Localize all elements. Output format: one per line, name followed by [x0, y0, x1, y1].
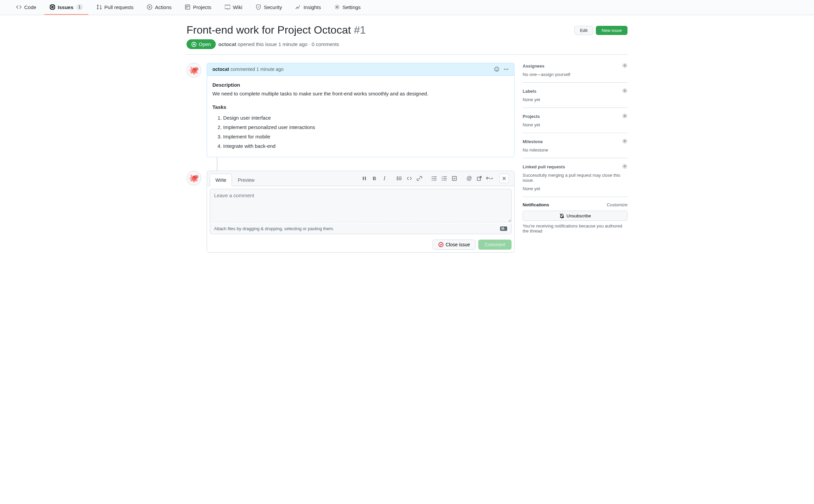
issue-opened-text: opened this issue 1 minute ago · 0 comme…: [238, 41, 339, 47]
bold-icon[interactable]: B: [370, 174, 379, 183]
settings-icon: [334, 4, 340, 10]
labels-text: None yet: [523, 97, 627, 102]
svg-text:3: 3: [442, 179, 443, 181]
sidebar-assignees: Assignees No one—assign yourself: [523, 63, 627, 83]
avatar[interactable]: 🐙: [187, 171, 201, 185]
svg-point-8: [336, 6, 338, 8]
svg-point-11: [495, 67, 499, 72]
list-item: Integrate with back-end: [223, 142, 509, 150]
italic-icon[interactable]: I: [380, 174, 389, 183]
comment-author[interactable]: octocat: [212, 67, 229, 72]
linked-prs-title: Linked pull requests: [523, 164, 565, 169]
mention-icon[interactable]: @: [464, 174, 474, 183]
list-item: Design user interface: [223, 114, 509, 122]
svg-point-15: [506, 69, 507, 70]
issue-meta: Open octocat opened this issue 1 minute …: [187, 39, 627, 55]
issue-author[interactable]: octocat: [218, 41, 236, 47]
customize-link[interactable]: Customize: [607, 202, 627, 207]
comment-button[interactable]: Comment: [478, 240, 512, 250]
preview-tab[interactable]: Preview: [232, 174, 260, 186]
markdown-icon[interactable]: M↓: [500, 226, 507, 231]
unsubscribe-button[interactable]: Unsubscribe: [523, 211, 627, 221]
gear-icon[interactable]: [622, 113, 627, 120]
bell-slash-icon: [559, 213, 565, 218]
list-item: Implement personalized user interactions: [223, 123, 509, 131]
milestone-title: Milestone: [523, 139, 543, 144]
comment-textarea[interactable]: [210, 189, 512, 222]
assign-yourself-link[interactable]: No one—assign yourself: [523, 72, 627, 77]
labels-title: Labels: [523, 89, 536, 94]
nav-actions-label: Actions: [155, 4, 171, 10]
nav-projects[interactable]: Projects: [179, 0, 216, 15]
svg-point-17: [432, 176, 433, 177]
emoji-icon[interactable]: [494, 67, 499, 72]
cross-reference-icon[interactable]: [475, 174, 484, 183]
state-label: Open: [199, 41, 211, 47]
kebab-icon[interactable]: [503, 67, 509, 72]
svg-rect-28: [443, 180, 447, 180]
avatar[interactable]: 🐙: [187, 63, 201, 78]
nav-code-label: Code: [24, 4, 36, 10]
linked-prs-text: None yet: [523, 186, 627, 191]
comment-header: octocat commented 1 minute ago: [207, 63, 514, 76]
new-issue-button[interactable]: New issue: [596, 26, 627, 35]
nav-insights[interactable]: Insights: [290, 0, 326, 15]
svg-point-33: [624, 90, 626, 92]
heading-icon[interactable]: H: [360, 174, 369, 183]
comment-time: commented 1 minute ago: [231, 67, 284, 72]
close-issue-button[interactable]: Close issue: [433, 240, 476, 250]
write-tab[interactable]: Write: [210, 174, 232, 186]
comment-body: Description We need to complete multiple…: [207, 76, 514, 157]
sidebar-projects: Projects None yet: [523, 108, 627, 133]
nav-pull-requests[interactable]: Pull requests: [91, 0, 139, 15]
attach-hint[interactable]: Attach files by dragging & dropping, sel…: [210, 223, 512, 234]
gear-icon[interactable]: [622, 88, 627, 94]
edit-button[interactable]: Edit: [574, 26, 593, 35]
issues-icon: [50, 4, 55, 10]
nav-issues[interactable]: Issues 1: [44, 0, 88, 15]
state-badge: Open: [187, 39, 216, 49]
svg-rect-26: [443, 176, 447, 177]
svg-point-12: [496, 69, 496, 69]
link-icon[interactable]: [415, 174, 424, 183]
issue-title: Front-end work for Project Octocat #1: [187, 23, 574, 37]
quote-icon[interactable]: [395, 174, 404, 183]
nav-code[interactable]: Code: [11, 0, 42, 15]
sidebar-notifications: Notifications Customize Unsubscribe You'…: [523, 197, 627, 239]
task-list-icon[interactable]: [450, 174, 459, 183]
issues-counter: 1: [76, 4, 83, 10]
ordered-list-icon[interactable]: 123: [440, 174, 449, 183]
code-icon[interactable]: [405, 174, 414, 183]
expand-icon[interactable]: [499, 174, 509, 183]
reply-icon[interactable]: ▾: [485, 174, 494, 183]
gear-icon[interactable]: [622, 164, 627, 170]
formatting-toolbar: H B I 123: [356, 174, 512, 186]
sidebar-linked-prs: Linked pull requests Successfully mergin…: [523, 158, 627, 197]
nav-wiki[interactable]: Wiki: [219, 0, 248, 15]
svg-point-13: [497, 69, 498, 69]
svg-point-35: [624, 140, 626, 142]
close-issue-label: Close issue: [446, 242, 470, 247]
nav-security[interactable]: Security: [250, 0, 287, 15]
svg-rect-20: [433, 176, 437, 177]
notifications-reason: You're receiving notifications because y…: [523, 223, 627, 234]
attach-hint-text: Attach files by dragging & dropping, sel…: [214, 226, 334, 231]
issue-number: #1: [354, 24, 366, 36]
description-text: We need to complete multiple tasks to ma…: [212, 90, 509, 98]
unordered-list-icon[interactable]: [430, 174, 439, 183]
issue-header: Front-end work for Project Octocat #1 Ed…: [187, 23, 627, 39]
nav-security-label: Security: [264, 4, 282, 10]
sidebar-labels: Labels None yet: [523, 83, 627, 108]
gear-icon[interactable]: [622, 63, 627, 69]
svg-point-34: [624, 115, 626, 117]
svg-point-10: [193, 43, 195, 45]
nav-actions[interactable]: Actions: [141, 0, 177, 15]
svg-rect-22: [433, 180, 437, 180]
timeline-comment: 🐙 octocat commented 1 minute ago: [187, 63, 515, 157]
description-heading: Description: [212, 81, 509, 89]
nav-settings[interactable]: Settings: [329, 0, 366, 15]
actions-icon: [147, 4, 152, 10]
gear-icon[interactable]: [622, 138, 627, 145]
notifications-title: Notifications: [523, 202, 549, 207]
svg-point-19: [432, 180, 433, 181]
